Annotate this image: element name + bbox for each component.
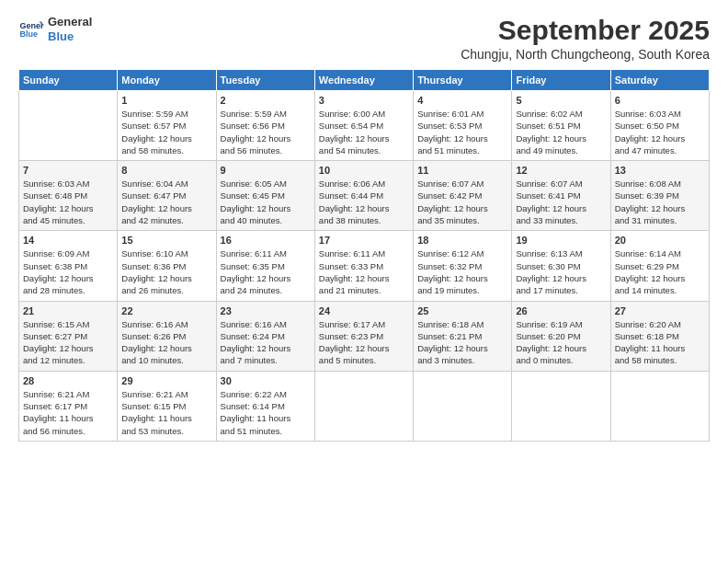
day-info: Sunrise: 6:16 AM Sunset: 6:24 PM Dayligh… <box>221 318 311 367</box>
calendar-cell: 18Sunrise: 6:12 AM Sunset: 6:32 PM Dayli… <box>414 231 512 301</box>
col-header-sunday: Sunday <box>19 70 118 91</box>
calendar-cell: 8Sunrise: 6:04 AM Sunset: 6:47 PM Daylig… <box>118 161 216 231</box>
day-info: Sunrise: 6:17 AM Sunset: 6:23 PM Dayligh… <box>319 318 409 367</box>
day-number: 21 <box>23 305 113 316</box>
col-header-monday: Monday <box>118 70 216 91</box>
day-number: 26 <box>516 305 606 316</box>
calendar-cell: 11Sunrise: 6:07 AM Sunset: 6:42 PM Dayli… <box>414 161 512 231</box>
day-number: 30 <box>221 375 311 386</box>
day-number: 23 <box>221 305 311 316</box>
day-number: 25 <box>417 305 507 316</box>
calendar-cell: 1Sunrise: 5:59 AM Sunset: 6:57 PM Daylig… <box>118 91 216 161</box>
day-number: 15 <box>121 235 211 246</box>
week-row-5: 28Sunrise: 6:21 AM Sunset: 6:17 PM Dayli… <box>19 371 710 441</box>
logo-text-general: General <box>48 15 92 29</box>
day-info: Sunrise: 6:01 AM Sunset: 6:53 PM Dayligh… <box>417 108 507 156</box>
calendar-cell: 9Sunrise: 6:05 AM Sunset: 6:45 PM Daylig… <box>216 161 314 231</box>
week-row-2: 7Sunrise: 6:03 AM Sunset: 6:48 PM Daylig… <box>19 161 710 231</box>
day-number: 24 <box>319 305 409 316</box>
day-number: 22 <box>121 305 211 316</box>
page: General Blue General Blue September 2025… <box>0 0 728 563</box>
calendar-cell: 21Sunrise: 6:15 AM Sunset: 6:27 PM Dayli… <box>19 301 118 371</box>
main-title: September 2025 <box>461 15 710 45</box>
week-row-4: 21Sunrise: 6:15 AM Sunset: 6:27 PM Dayli… <box>19 301 710 371</box>
subtitle: Chungju, North Chungcheong, South Korea <box>461 47 710 62</box>
day-info: Sunrise: 5:59 AM Sunset: 6:56 PM Dayligh… <box>221 108 311 156</box>
header: General Blue General Blue September 2025… <box>18 15 710 62</box>
calendar-cell: 29Sunrise: 6:21 AM Sunset: 6:15 PM Dayli… <box>118 371 216 441</box>
day-number: 9 <box>221 165 311 176</box>
calendar-cell: 30Sunrise: 6:22 AM Sunset: 6:14 PM Dayli… <box>216 371 314 441</box>
day-info: Sunrise: 6:09 AM Sunset: 6:38 PM Dayligh… <box>23 247 113 296</box>
col-header-thursday: Thursday <box>414 70 512 91</box>
week-row-1: 1Sunrise: 5:59 AM Sunset: 6:57 PM Daylig… <box>19 91 710 161</box>
day-number: 17 <box>319 235 409 246</box>
calendar-cell: 4Sunrise: 6:01 AM Sunset: 6:53 PM Daylig… <box>414 91 512 161</box>
day-number: 8 <box>121 165 211 176</box>
day-number: 12 <box>516 165 606 176</box>
calendar-cell: 28Sunrise: 6:21 AM Sunset: 6:17 PM Dayli… <box>19 371 118 441</box>
calendar-cell: 6Sunrise: 6:03 AM Sunset: 6:50 PM Daylig… <box>610 91 709 161</box>
day-info: Sunrise: 6:07 AM Sunset: 6:42 PM Dayligh… <box>417 178 507 226</box>
calendar-cell: 22Sunrise: 6:16 AM Sunset: 6:26 PM Dayli… <box>118 301 216 371</box>
svg-text:Blue: Blue <box>19 29 38 39</box>
day-number: 10 <box>319 165 409 176</box>
calendar-cell: 5Sunrise: 6:02 AM Sunset: 6:51 PM Daylig… <box>512 91 610 161</box>
calendar-table: SundayMondayTuesdayWednesdayThursdayFrid… <box>18 69 710 442</box>
calendar-cell: 26Sunrise: 6:19 AM Sunset: 6:20 PM Dayli… <box>512 301 610 371</box>
week-row-3: 14Sunrise: 6:09 AM Sunset: 6:38 PM Dayli… <box>19 231 710 301</box>
day-info: Sunrise: 6:02 AM Sunset: 6:51 PM Dayligh… <box>516 108 606 156</box>
header-row: SundayMondayTuesdayWednesdayThursdayFrid… <box>19 70 710 91</box>
day-info: Sunrise: 6:11 AM Sunset: 6:33 PM Dayligh… <box>319 247 409 296</box>
day-info: Sunrise: 6:03 AM Sunset: 6:48 PM Dayligh… <box>23 178 113 226</box>
logo: General Blue General Blue <box>18 15 92 43</box>
day-number: 14 <box>23 235 113 246</box>
calendar-cell: 10Sunrise: 6:06 AM Sunset: 6:44 PM Dayli… <box>314 161 413 231</box>
calendar-cell: 27Sunrise: 6:20 AM Sunset: 6:18 PM Dayli… <box>610 301 709 371</box>
day-info: Sunrise: 6:08 AM Sunset: 6:39 PM Dayligh… <box>615 178 705 226</box>
day-number: 4 <box>417 95 507 106</box>
calendar-cell: 19Sunrise: 6:13 AM Sunset: 6:30 PM Dayli… <box>512 231 610 301</box>
day-info: Sunrise: 6:19 AM Sunset: 6:20 PM Dayligh… <box>516 318 606 367</box>
day-number: 16 <box>221 235 311 246</box>
day-info: Sunrise: 6:04 AM Sunset: 6:47 PM Dayligh… <box>121 178 211 226</box>
day-info: Sunrise: 6:16 AM Sunset: 6:26 PM Dayligh… <box>121 318 211 367</box>
calendar-cell: 13Sunrise: 6:08 AM Sunset: 6:39 PM Dayli… <box>610 161 709 231</box>
logo-text-blue: Blue <box>48 29 92 44</box>
day-number: 1 <box>121 95 211 106</box>
day-info: Sunrise: 6:03 AM Sunset: 6:50 PM Dayligh… <box>615 108 705 156</box>
calendar-cell: 12Sunrise: 6:07 AM Sunset: 6:41 PM Dayli… <box>512 161 610 231</box>
calendar-cell: 16Sunrise: 6:11 AM Sunset: 6:35 PM Dayli… <box>216 231 314 301</box>
day-number: 18 <box>417 235 507 246</box>
day-info: Sunrise: 6:21 AM Sunset: 6:15 PM Dayligh… <box>121 388 211 437</box>
day-info: Sunrise: 6:10 AM Sunset: 6:36 PM Dayligh… <box>121 247 211 296</box>
day-info: Sunrise: 6:06 AM Sunset: 6:44 PM Dayligh… <box>319 178 409 226</box>
day-info: Sunrise: 6:07 AM Sunset: 6:41 PM Dayligh… <box>516 178 606 226</box>
logo-icon: General Blue <box>18 17 44 42</box>
day-number: 20 <box>615 235 705 246</box>
day-info: Sunrise: 6:11 AM Sunset: 6:35 PM Dayligh… <box>221 247 311 296</box>
day-number: 3 <box>319 95 409 106</box>
title-block: September 2025 Chungju, North Chungcheon… <box>461 15 710 62</box>
day-number: 19 <box>516 235 606 246</box>
day-number: 2 <box>221 95 311 106</box>
calendar-cell <box>414 371 512 441</box>
calendar-cell <box>610 371 709 441</box>
day-number: 29 <box>121 375 211 386</box>
day-number: 5 <box>516 95 606 106</box>
day-info: Sunrise: 6:05 AM Sunset: 6:45 PM Dayligh… <box>221 178 311 226</box>
col-header-friday: Friday <box>512 70 610 91</box>
day-info: Sunrise: 6:00 AM Sunset: 6:54 PM Dayligh… <box>319 108 409 156</box>
col-header-saturday: Saturday <box>610 70 709 91</box>
day-info: Sunrise: 6:14 AM Sunset: 6:29 PM Dayligh… <box>615 247 705 296</box>
day-number: 27 <box>615 305 705 316</box>
calendar-cell: 20Sunrise: 6:14 AM Sunset: 6:29 PM Dayli… <box>610 231 709 301</box>
day-number: 7 <box>23 165 113 176</box>
calendar-cell: 7Sunrise: 6:03 AM Sunset: 6:48 PM Daylig… <box>19 161 118 231</box>
calendar-cell: 2Sunrise: 5:59 AM Sunset: 6:56 PM Daylig… <box>216 91 314 161</box>
day-info: Sunrise: 6:21 AM Sunset: 6:17 PM Dayligh… <box>23 388 113 437</box>
day-info: Sunrise: 5:59 AM Sunset: 6:57 PM Dayligh… <box>121 108 211 156</box>
calendar-cell <box>314 371 413 441</box>
day-number: 28 <box>23 375 113 386</box>
calendar-cell: 15Sunrise: 6:10 AM Sunset: 6:36 PM Dayli… <box>118 231 216 301</box>
